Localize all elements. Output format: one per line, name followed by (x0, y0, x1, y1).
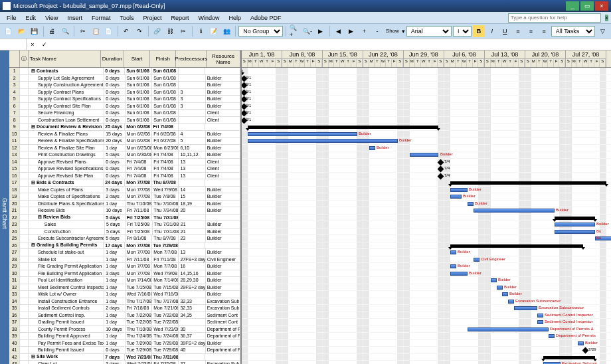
info-icon[interactable]: ℹ (195, 25, 207, 37)
table-row[interactable]: 8Construction Loan Settlement0 daysSun 6… (9, 117, 240, 124)
col-pred[interactable]: Predecessors (176, 50, 207, 67)
table-row[interactable]: 29File Grading Permit Application1 dayMo… (9, 263, 240, 270)
table-row[interactable]: 37Grading Permit Issued1 dayTue 7/22/08T… (9, 319, 240, 326)
copy-icon[interactable]: 📋 (90, 25, 102, 37)
task-bar[interactable] (537, 320, 543, 324)
open-icon[interactable]: 📂 (16, 25, 28, 37)
gantt-row[interactable]: 7/4 (242, 173, 611, 180)
gantt-body[interactable]: 6/16/16/16/16/16/16/1BuilderBuilderBuild… (242, 68, 611, 364)
group-select[interactable]: No Group (238, 26, 282, 37)
table-row[interactable]: 7Secure Financing0 daysSun 6/1/08Sun 6/1… (9, 110, 240, 117)
gantt-row[interactable]: Builder (242, 207, 611, 215)
redo-icon[interactable]: ↷ (133, 25, 145, 37)
maximize-button[interactable]: ▭ (580, 1, 594, 11)
gantt-row[interactable]: Sediment Control Inspector (242, 319, 611, 326)
show-icon[interactable]: + (359, 25, 371, 37)
gantt-row[interactable]: Builder (242, 221, 611, 228)
task-bar[interactable] (578, 341, 584, 345)
table-row[interactable]: 17⊟ Bids & Contracts24 daysMon 7/7/08Thu… (9, 179, 240, 187)
align-center-icon[interactable]: ≡ (525, 25, 537, 37)
goto-icon[interactable]: ▶ (315, 25, 327, 37)
gantt-row[interactable]: Department of Permits & (242, 326, 611, 333)
table-row[interactable]: 11Review & Finalize Specifications20 day… (9, 137, 240, 145)
col-start[interactable]: Start (124, 50, 150, 67)
menu-file[interactable]: File (3, 13, 21, 23)
menu-insert[interactable]: Insert (63, 13, 86, 23)
table-row[interactable]: 38County Permit Process10 daysThu 7/10/0… (9, 326, 240, 333)
task-bar[interactable] (491, 278, 497, 282)
task-bar[interactable] (248, 139, 398, 143)
table-row[interactable]: 28Stake lot1 dayFri 7/11/08Fri 7/11/0827… (9, 256, 240, 264)
new-icon[interactable]: 📄 (3, 25, 15, 37)
fontsize-select[interactable]: 8 (453, 26, 472, 37)
minimize-button[interactable]: _ (566, 1, 579, 11)
gantt-row[interactable]: 7/4 (242, 159, 611, 166)
gantt-row[interactable]: Builder (242, 284, 611, 292)
gantt-row[interactable]: Bu (242, 235, 611, 242)
task-bar[interactable] (497, 286, 503, 290)
task-bar[interactable] (508, 300, 514, 304)
milestone-icon[interactable] (438, 166, 444, 173)
task-bar[interactable] (474, 258, 480, 262)
gantt-row[interactable] (242, 68, 611, 75)
gantt-row[interactable]: 6/1 (242, 75, 611, 82)
gantt-row[interactable]: Bu (242, 228, 611, 236)
task-bar[interactable] (555, 230, 595, 234)
gantt-row[interactable] (242, 215, 611, 222)
gantt-row[interactable]: Excavation Subcontractor (242, 305, 611, 312)
table-row[interactable]: 42⊟ Site Work7 daysWed 7/23/08Thu 7/31/0… (9, 354, 240, 361)
table-row[interactable]: 12Review & Finalize Site Plan1 dayMon 6/… (9, 145, 240, 152)
table-row[interactable]: 30File Building Permit Application3 days… (9, 270, 240, 278)
cell-edit-input[interactable] (50, 40, 611, 49)
table-row[interactable]: 13Print Construction Drawings5 daysMon 6… (9, 151, 240, 159)
timescale-header[interactable]: Jun 1, '08SMTWTFSJun 8, '08SMTWTFSJun 15… (242, 50, 611, 68)
summary-bar[interactable] (543, 356, 595, 359)
gantt-row[interactable]: Builder (242, 277, 611, 284)
table-row[interactable]: 32Meet Sediment Control Inspector1 dayTu… (9, 284, 240, 292)
italic-icon[interactable]: I (486, 25, 498, 37)
align-left-icon[interactable]: ≡ (512, 25, 524, 37)
gantt-row[interactable]: Builder (242, 187, 611, 194)
gantt-row[interactable]: 6/1 (242, 82, 611, 89)
gantt-row[interactable]: 6/1 (242, 103, 611, 110)
table-row[interactable]: 18Make Copies of Plans3 daysMon 7/7/08We… (9, 187, 240, 194)
col-taskname[interactable]: Task Name (29, 50, 101, 67)
task-bar[interactable] (474, 209, 555, 213)
gantt-row[interactable]: Excavation Subcontractor (242, 298, 611, 306)
table-row[interactable]: 22⊟ Review Bids5 daysFri 7/25/08Thu 7/31… (9, 215, 240, 222)
gantt-row[interactable]: Builder (242, 291, 611, 298)
task-bar[interactable] (450, 250, 456, 254)
table-row[interactable]: 5Supply Contract Specifications0 daysSun… (9, 96, 240, 103)
menu-window[interactable]: Window (194, 13, 223, 23)
gantt-row[interactable]: Builder (242, 137, 611, 145)
table-row[interactable]: 36Sediment Control Insp.1 dayTue 7/22/08… (9, 312, 240, 319)
table-row[interactable]: 10Review & Finalize Plans15 daysMon 6/2/… (9, 131, 240, 138)
gantt-row[interactable]: Builder (242, 145, 611, 152)
col-id[interactable] (9, 50, 20, 67)
assign-icon[interactable]: 👥 (221, 25, 233, 37)
col-duration[interactable]: Duration (101, 50, 124, 67)
cut-icon[interactable]: ✂ (77, 25, 89, 37)
outdent-icon[interactable]: ◀ (332, 25, 344, 37)
close-button[interactable]: × (595, 1, 608, 11)
underline-icon[interactable]: U (499, 25, 511, 37)
gantt-row[interactable]: Builder (242, 131, 611, 138)
gantt-row[interactable]: 6/1 (242, 110, 611, 117)
gantt-row[interactable]: 7/4 (242, 165, 611, 173)
milestone-icon[interactable] (582, 347, 589, 354)
task-bar[interactable] (514, 306, 537, 310)
table-row[interactable]: 3Supply Construction Agreement0 daysSun … (9, 82, 240, 89)
menu-format[interactable]: Format (88, 13, 115, 23)
task-bar[interactable] (549, 334, 555, 338)
bold-icon[interactable]: B (473, 25, 485, 37)
table-row[interactable]: 23Sales5 daysFri 7/25/08Thu 7/31/0821Bui… (9, 221, 240, 228)
menu-edit[interactable]: Edit (22, 13, 41, 23)
table-row[interactable]: 40Pay Permit Fees and Excise Taxes1 dayT… (9, 340, 240, 347)
task-bar[interactable] (450, 272, 468, 276)
show-label[interactable]: Show (385, 28, 400, 34)
zoom-in-icon[interactable]: 🔍+ (289, 25, 301, 37)
hide-icon[interactable]: - (371, 25, 383, 37)
preview-icon[interactable]: 🔍 (59, 25, 71, 37)
unlink-icon[interactable]: ⛓ (164, 25, 176, 37)
table-row[interactable]: 31Pool Lot Identification1 dayMon 7/14/0… (9, 277, 240, 284)
